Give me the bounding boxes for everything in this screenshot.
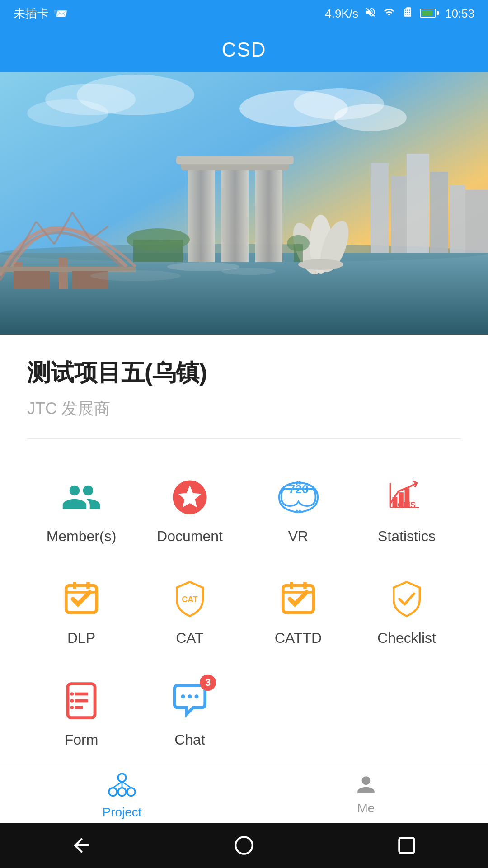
- home-button[interactable]: [230, 832, 258, 859]
- document-label: Document: [157, 528, 223, 545]
- hero-image: [0, 72, 488, 335]
- menu-row-3: Form 3 Chat: [27, 665, 461, 766]
- project-subtitle: JTC 发展商: [27, 398, 461, 420]
- svg-rect-12: [430, 172, 448, 253]
- system-nav: [0, 823, 488, 868]
- svg-point-74: [235, 837, 253, 854]
- svg-point-70: [127, 788, 135, 796]
- svg-rect-9: [371, 163, 389, 253]
- status-bar: 未插卡 📨 4.9K/s 10:53: [0, 0, 488, 27]
- menu-item-statistics[interactable]: CMS Statistics: [352, 461, 461, 563]
- svg-point-37: [287, 235, 310, 251]
- svg-rect-45: [405, 488, 410, 507]
- app-title: CSD: [222, 38, 267, 61]
- status-left: 未插卡 📨: [14, 6, 68, 22]
- svg-point-69: [118, 788, 126, 796]
- svg-point-64: [181, 694, 185, 698]
- svg-rect-25: [188, 167, 215, 262]
- nav-item-project[interactable]: Project: [0, 764, 244, 823]
- checklist-icon: [384, 576, 429, 622]
- members-icon: [59, 475, 104, 520]
- svg-point-68: [109, 788, 117, 796]
- sim-card-icon: [402, 6, 413, 21]
- me-nav-icon: [352, 772, 380, 797]
- menu-item-document[interactable]: Document: [136, 461, 244, 563]
- menu-row-1: Member(s) Document 720: [27, 461, 461, 563]
- svg-point-3: [334, 104, 407, 131]
- project-nav-label: Project: [102, 805, 141, 820]
- svg-rect-23: [14, 271, 50, 289]
- vr-label: VR: [288, 528, 308, 545]
- menu-item-dlp[interactable]: DLP: [27, 563, 136, 665]
- svg-point-33: [298, 259, 343, 270]
- svg-point-35: [127, 228, 190, 251]
- menu-item-cat[interactable]: CAT CAT: [136, 563, 244, 665]
- svg-rect-27: [255, 163, 282, 262]
- app-bar: CSD: [0, 27, 488, 72]
- svg-point-62: [70, 699, 74, 703]
- status-right: 4.9K/s 10:53: [325, 6, 474, 21]
- me-nav-label: Me: [357, 801, 375, 816]
- divider: [27, 438, 461, 439]
- network-speed: 4.9K/s: [325, 7, 358, 21]
- svg-point-6: [27, 99, 108, 127]
- form-icon: [59, 678, 104, 723]
- cattd-label: CATTD: [275, 630, 322, 646]
- menu-item-chat[interactable]: 3 Chat: [136, 665, 244, 766]
- svg-point-65: [188, 694, 192, 698]
- nav-item-me[interactable]: Me: [244, 764, 488, 823]
- chat-label: Chat: [174, 731, 205, 748]
- time-display: 10:53: [445, 7, 474, 21]
- svg-line-73: [122, 782, 131, 788]
- chat-badge: 3: [200, 675, 216, 691]
- battery-icon: [420, 7, 439, 21]
- menu-item-vr[interactable]: 720 VR: [244, 461, 352, 563]
- back-button[interactable]: [68, 832, 95, 859]
- svg-line-71: [113, 782, 122, 788]
- svg-rect-16: [59, 258, 68, 289]
- wifi-icon: [383, 7, 395, 21]
- no-sim-text: 未插卡: [14, 6, 49, 22]
- project-org-icon: [108, 773, 136, 798]
- bottom-nav: Project Me: [0, 764, 488, 823]
- cat-icon: CAT: [167, 576, 212, 622]
- menu-item-members[interactable]: Member(s): [27, 461, 136, 563]
- cityscape-svg: [0, 72, 488, 335]
- sim-icon: 📨: [53, 7, 68, 21]
- menu-item-cattd[interactable]: CATTD: [244, 563, 352, 665]
- recents-button[interactable]: [393, 832, 420, 859]
- svg-rect-11: [407, 154, 429, 253]
- dlp-label: DLP: [67, 630, 95, 646]
- members-label: Member(s): [47, 528, 117, 545]
- menu-row-2: DLP CAT CAT: [27, 563, 461, 665]
- svg-point-40: [90, 270, 181, 281]
- svg-text:CAT: CAT: [182, 595, 198, 604]
- checklist-label: Checklist: [377, 630, 436, 646]
- svg-point-63: [70, 706, 74, 709]
- statistics-label: Statistics: [378, 528, 436, 545]
- svg-rect-29: [176, 156, 294, 164]
- statistics-icon: CMS: [384, 475, 429, 520]
- form-label: Form: [65, 731, 99, 748]
- svg-rect-13: [450, 185, 465, 253]
- svg-point-67: [118, 774, 126, 782]
- svg-rect-44: [399, 492, 404, 507]
- mute-icon: [365, 6, 376, 21]
- project-title: 测试项目五(乌镇): [27, 357, 461, 389]
- svg-rect-14: [465, 190, 488, 253]
- cattd-icon: [276, 576, 321, 622]
- vr-icon: 720: [276, 475, 321, 520]
- svg-point-61: [70, 692, 74, 696]
- svg-point-39: [221, 268, 276, 275]
- cat-label: CAT: [176, 630, 204, 646]
- svg-point-66: [195, 694, 199, 698]
- svg-rect-75: [399, 838, 414, 853]
- chat-icon: 3: [167, 678, 212, 723]
- main-content: 测试项目五(乌镇) JTC 发展商 Member(s) Document: [0, 335, 488, 780]
- svg-rect-7: [0, 253, 488, 335]
- menu-item-form[interactable]: Form: [27, 665, 136, 766]
- svg-rect-26: [221, 158, 249, 262]
- svg-rect-10: [391, 176, 407, 253]
- dlp-icon: [59, 576, 104, 622]
- menu-item-checklist[interactable]: Checklist: [352, 563, 461, 665]
